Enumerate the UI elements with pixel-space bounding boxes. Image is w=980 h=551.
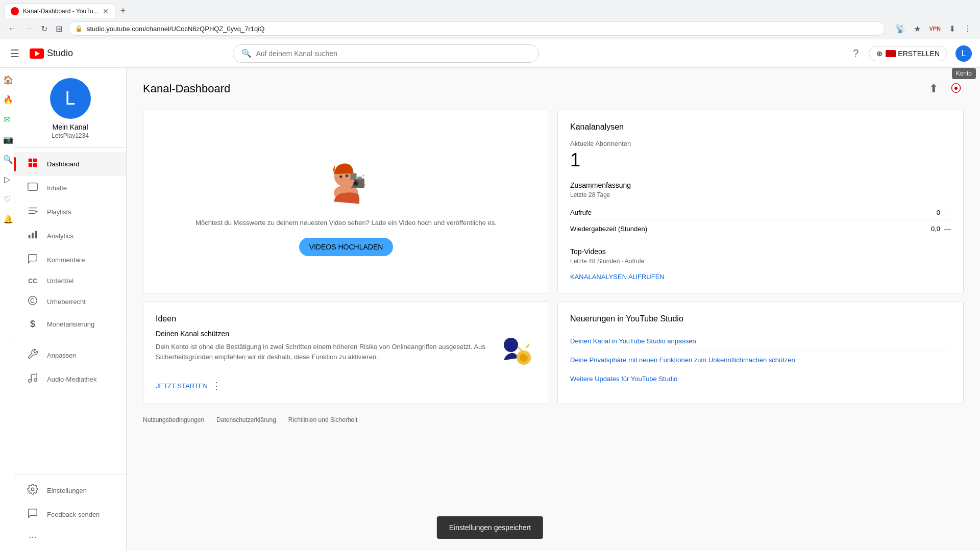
nav-item-untertitel[interactable]: CC Untertitel	[14, 272, 126, 290]
nav-item-playlists[interactable]: Playlists	[14, 200, 126, 224]
narrow-instagram-btn[interactable]: 📷	[0, 132, 14, 147]
reload-button[interactable]: ↻	[39, 22, 50, 36]
svg-text:✦: ✦	[361, 173, 365, 179]
upload-illustration: ✦ ✦	[315, 147, 377, 210]
search-input[interactable]	[256, 49, 530, 58]
monetarisierung-icon: $	[27, 319, 39, 330]
update-item-3: Weitere Updates für YouTube Studio	[570, 369, 951, 388]
konto-tooltip: Konto	[952, 68, 976, 79]
narrow-heart-btn[interactable]: ♡	[0, 191, 14, 207]
playlists-icon	[27, 205, 39, 219]
channel-avatar: L	[50, 78, 91, 119]
ideas-more-button[interactable]: ⋮	[212, 380, 221, 391]
home-button[interactable]: ⊞	[54, 22, 64, 36]
nav-item-anpassen[interactable]: Anpassen	[14, 343, 126, 367]
update-link-3[interactable]: Weitere Updates für YouTube Studio	[570, 375, 677, 383]
feedback-icon	[27, 508, 39, 521]
kommentare-icon	[27, 253, 39, 267]
updates-card: Neuerungen in YouTube Studio Deinen Kana…	[557, 302, 964, 404]
nav-item-feedback[interactable]: Feedback senden	[14, 503, 126, 527]
create-button[interactable]: ⊕ ERSTELLEN	[869, 46, 947, 61]
nav-item-einstellungen[interactable]: Einstellungen	[14, 479, 126, 503]
download-icon[interactable]: ⬇	[947, 22, 958, 36]
upload-button[interactable]: VIDEOS HOCHLADEN	[299, 238, 394, 256]
app-header: ☰ Studio 🔍 ? ⊕ ERSTELLEN	[0, 39, 980, 68]
nav-item-urheberrecht[interactable]: Urheberrecht	[14, 290, 126, 314]
cast-icon[interactable]: 📡	[893, 22, 908, 36]
analytics-subscribers-label: Aktuelle Abonnenten	[570, 140, 951, 147]
svg-rect-2	[29, 159, 32, 162]
secure-icon: 🔒	[75, 25, 83, 32]
nav-item-audio-mediathek[interactable]: Audio-Mediathek	[14, 367, 126, 391]
narrow-search-btn[interactable]: 🔍	[0, 152, 14, 167]
analytics-summary-title: Zusammenfassung	[570, 181, 951, 189]
update-link-1[interactable]: Deinen Kanal in YouTube Studio anpassen	[570, 337, 696, 345]
nav-item-kommentare[interactable]: Kommentare	[14, 248, 126, 272]
footer-richtlinien[interactable]: Richtlinien und Sicherheit	[288, 416, 357, 423]
narrow-home-btn[interactable]: 🏠	[0, 72, 14, 88]
search-bar[interactable]: 🔍	[233, 44, 539, 63]
yt-studio-logo[interactable]: Studio	[30, 48, 73, 59]
forward-button[interactable]: →	[22, 22, 35, 35]
header-right: ? ⊕ ERSTELLEN L	[851, 45, 972, 62]
kanalanalysen-link[interactable]: KANALANALYSEN AUFRUFEN	[570, 273, 951, 281]
footer-nutzungsbedingungen[interactable]: Nutzungsbedingungen	[143, 416, 204, 423]
sidebar-bottom: Einstellungen Feedback senden ···	[14, 474, 126, 551]
active-tab[interactable]: Kanal-Dashboard - YouTu... ✕	[4, 3, 115, 18]
nav-label-playlists: Playlists	[47, 208, 71, 216]
narrow-send-btn[interactable]: ▷	[0, 171, 14, 187]
new-tab-button[interactable]: +	[116, 4, 130, 18]
analytics-subscribers-count: 1	[570, 149, 951, 171]
top-videos-title: Top-Videos	[570, 247, 951, 256]
hamburger-button[interactable]: ☰	[8, 45, 21, 62]
svg-rect-3	[33, 159, 37, 162]
narrow-whatsapp-btn[interactable]: ✉	[0, 112, 14, 128]
vpn-icon[interactable]: VPN	[927, 23, 943, 34]
tab-close-button[interactable]: ✕	[103, 7, 109, 15]
sidebar: L Mein Kanal LetsPlay1234 Dashboard	[14, 68, 127, 551]
channel-info: L Mein Kanal LetsPlay1234	[14, 68, 126, 148]
main-content: 🏠 🔥 ✉ 📷 🔍 ▷ ♡ 🔔 L Mein Kanal LetsPlay123…	[0, 68, 980, 551]
narrow-trending-btn[interactable]: 🔥	[0, 92, 14, 108]
more-icon[interactable]: ⋮	[962, 22, 974, 36]
page-header: Kanal-Dashboard ⬆ ⦿	[143, 80, 964, 97]
url-text: studio.youtube.com/channel/UCocN6zQPHQZ_…	[87, 25, 264, 33]
toast-notification: Einstellungen gespeichert	[437, 516, 543, 539]
page-header-actions: ⬆ ⦿	[927, 80, 964, 97]
nav-label-feedback: Feedback senden	[47, 511, 100, 518]
browser-actions: 📡 ★ VPN ⬇ ⋮	[893, 22, 974, 36]
nav-label-audio-mediathek: Audio-Mediathek	[47, 375, 97, 383]
svg-point-26	[354, 181, 357, 185]
analytics-card: Kanalanalysen Aktuelle Abonnenten 1 Zusa…	[557, 110, 964, 293]
bookmark-icon[interactable]: ★	[912, 22, 923, 36]
update-link-2[interactable]: Deine Privatsphäre mit neuen Funktionen …	[570, 356, 795, 364]
tab-favicon	[11, 7, 19, 15]
live-icon-button[interactable]: ⦿	[948, 80, 964, 97]
jetzt-starten-link[interactable]: JETZT STARTEN	[156, 382, 208, 390]
narrow-alert-btn[interactable]: 🔔	[0, 211, 14, 227]
nav-item-dashboard[interactable]: Dashboard	[14, 152, 126, 176]
analytics-title: Kanalanalysen	[570, 122, 951, 132]
urheberrecht-icon	[27, 295, 39, 309]
nav-item-inhalte[interactable]: Inhalte	[14, 176, 126, 200]
footer-datenschutz[interactable]: Datenschutzerklärung	[216, 416, 276, 423]
nav-label-anpassen: Anpassen	[47, 352, 77, 359]
tab-title: Kanal-Dashboard - YouTu...	[23, 8, 99, 15]
analytics-row-aufrufe: Aufrufe 0 —	[570, 205, 951, 221]
browser-chrome: Kanal-Dashboard - YouTu... ✕ + ← → ↻ ⊞ 🔒…	[0, 0, 980, 39]
nav-item-monetarisierung[interactable]: $ Monetarisierung	[14, 314, 126, 335]
upload-icon-button[interactable]: ⬆	[927, 80, 940, 97]
url-bar[interactable]: 🔒 studio.youtube.com/channel/UCocN6zQPHQ…	[68, 21, 885, 36]
nav-label-inhalte: Inhalte	[47, 184, 67, 192]
analytics-value-wiedergabezeit: 0,0 —	[931, 225, 951, 233]
help-button[interactable]: ?	[851, 45, 861, 61]
nav-item-analytics[interactable]: Analytics	[14, 224, 126, 248]
nav-item-more[interactable]: ···	[14, 527, 126, 547]
address-bar: ← → ↻ ⊞ 🔒 studio.youtube.com/channel/UCo…	[0, 18, 980, 39]
back-button[interactable]: ←	[6, 22, 18, 35]
avatar-button[interactable]: L	[955, 45, 972, 62]
channel-name: Mein Kanal	[52, 123, 88, 131]
upload-description: Möchtest du Messwerte zu deinem neuesten…	[195, 218, 497, 228]
analytics-icon	[27, 229, 39, 243]
search-icon: 🔍	[241, 48, 252, 58]
